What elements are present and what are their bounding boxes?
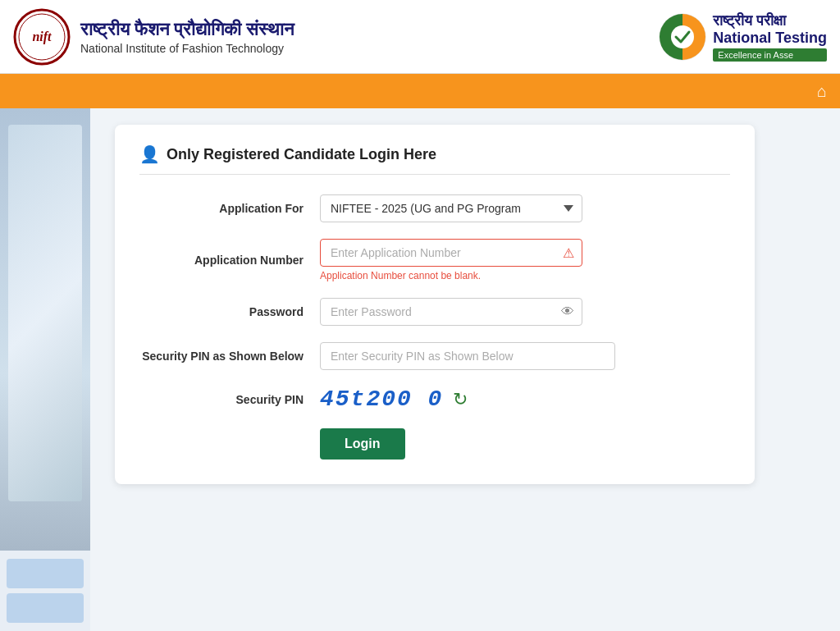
application-number-error-icon: ⚠ xyxy=(563,245,574,261)
security-pin-value: 45t200 0 xyxy=(320,386,443,412)
nift-logo: nift xyxy=(13,8,71,66)
security-pin-display-label: Security PIN xyxy=(139,393,320,406)
sidebar-item-1[interactable] xyxy=(7,559,84,588)
application-number-error-text: Application Number cannot be blank. xyxy=(320,270,730,281)
password-row: Password 👁 xyxy=(139,298,730,326)
security-pin-input-label: Security PIN as Shown Below xyxy=(139,350,320,363)
header-left: nift राष्ट्रीय फैशन प्रौद्योगिकी संस्थान… xyxy=(13,8,294,66)
security-pin-input[interactable] xyxy=(320,342,615,370)
header-right: राष्ट्रीय परीक्षा National Testing Excel… xyxy=(659,12,827,62)
application-for-row: Application For NIFTEE - 2025 (UG and PG… xyxy=(139,194,730,222)
svg-text:nift: nift xyxy=(32,30,52,44)
login-card: 👤 Only Registered Candidate Login Here A… xyxy=(115,125,755,484)
application-for-control: NIFTEE - 2025 (UG and PG Program xyxy=(320,194,730,222)
security-pin-input-control xyxy=(320,342,730,370)
login-card-title: 👤 Only Registered Candidate Login Here xyxy=(139,144,730,175)
nta-tagline: Excellence in Asse xyxy=(713,48,827,62)
sidebar-image-area xyxy=(0,108,90,551)
header: nift राष्ट्रीय फैशन प्रौद्योगिकी संस्थान… xyxy=(0,0,840,74)
security-pin-display-control: 45t200 0 ↻ xyxy=(320,386,730,412)
password-eye-icon[interactable]: 👁 xyxy=(561,304,574,319)
password-input[interactable] xyxy=(320,298,582,326)
password-control: 👁 xyxy=(320,298,730,326)
sidebar xyxy=(0,108,90,631)
application-number-row: Application Number ⚠ Application Number … xyxy=(139,239,730,281)
nta-logo-icon xyxy=(659,13,706,61)
application-for-select[interactable]: NIFTEE - 2025 (UG and PG Program xyxy=(320,194,582,222)
home-icon[interactable]: ⌂ xyxy=(817,82,827,101)
nta-hindi-title: राष्ट्रीय परीक्षा xyxy=(713,12,827,30)
application-for-label: Application For xyxy=(139,202,320,215)
refresh-captcha-icon[interactable]: ↻ xyxy=(453,389,468,410)
user-icon: 👤 xyxy=(139,144,160,164)
nta-logo-block: राष्ट्रीय परीक्षा National Testing Excel… xyxy=(659,12,827,62)
sidebar-item-2[interactable] xyxy=(7,593,84,623)
password-label: Password xyxy=(139,305,320,318)
security-pin-input-row: Security PIN as Shown Below xyxy=(139,342,730,370)
login-title-text: Only Registered Candidate Login Here xyxy=(167,146,436,163)
login-button-row: Login xyxy=(139,428,730,460)
security-pin-display-row: Security PIN 45t200 0 ↻ xyxy=(139,386,730,412)
application-number-input-wrapper: ⚠ xyxy=(320,239,582,267)
sidebar-items xyxy=(0,551,90,631)
application-number-control: ⚠ Application Number cannot be blank. xyxy=(320,239,730,281)
nift-hindi-title: राष्ट्रीय फैशन प्रौद्योगिकी संस्थान xyxy=(80,19,294,40)
orange-nav-bar: ⌂ xyxy=(0,74,840,108)
main-layout: 👤 Only Registered Candidate Login Here A… xyxy=(0,108,840,631)
nift-title-block: राष्ट्रीय फैशन प्रौद्योगिकी संस्थान Nati… xyxy=(80,19,294,55)
login-button[interactable]: Login xyxy=(320,428,405,460)
nta-english-title: National Testing xyxy=(713,30,827,47)
password-input-wrapper: 👁 xyxy=(320,298,582,326)
application-number-label: Application Number xyxy=(139,254,320,267)
application-number-input[interactable] xyxy=(320,239,582,267)
svg-point-4 xyxy=(671,25,694,48)
nta-text-block: राष्ट्रीय परीक्षा National Testing Excel… xyxy=(713,12,827,62)
security-pin-display: 45t200 0 ↻ xyxy=(320,386,730,412)
content-area: 👤 Only Registered Candidate Login Here A… xyxy=(90,108,840,631)
nift-english-title: National Institute of Fashion Technology xyxy=(80,42,294,55)
